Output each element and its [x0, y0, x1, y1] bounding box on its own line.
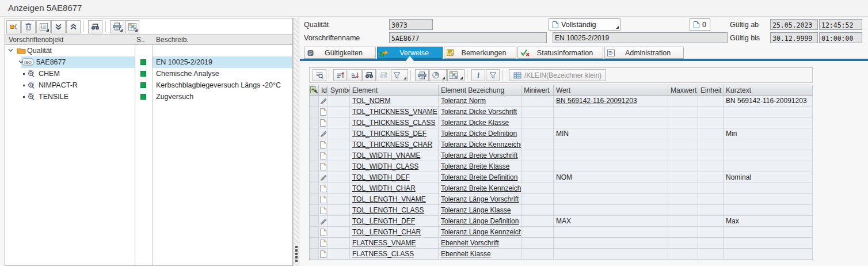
column-header-beschreibung[interactable]: Beschreib.	[156, 36, 189, 44]
bezeichnung-link[interactable]: Toleranz Länge Definition	[441, 217, 519, 225]
vorschrift-description-field[interactable]: EN 10025-2/2019	[553, 32, 728, 43]
tab-bemerkungen[interactable]: Bemerkungen	[444, 47, 516, 59]
column-header-vorschriftenobjekt[interactable]: Vorschriftenobjekt	[9, 36, 63, 44]
element-link[interactable]: TOL_LENGTH_VNAME	[352, 195, 426, 203]
column-header-element[interactable]: Element	[350, 85, 439, 96]
cell-sel[interactable]	[310, 205, 319, 216]
splitter[interactable]	[293, 18, 299, 266]
element-link[interactable]: TOL_LENGTH_DEF	[352, 217, 415, 225]
print-button[interactable]	[110, 20, 124, 33]
bezeichnung-link[interactable]: Toleranz Dicke Kennzeichen	[441, 140, 521, 149]
gueltig-bis-date-field[interactable]: 30.12.9999	[770, 32, 818, 43]
cell-sel[interactable]	[310, 128, 319, 139]
cell-sel[interactable]	[310, 150, 319, 161]
cell-sel[interactable]	[310, 194, 319, 205]
splitter-grip[interactable]	[294, 245, 299, 263]
bezeichnung-link[interactable]: Toleranz Länge Vorschrift	[441, 195, 519, 203]
bezeichnung-link[interactable]: Toleranz Dicke Vorschrift	[441, 108, 517, 116]
tab-g-ltigkeiten[interactable]: Gültigkeiten	[304, 47, 376, 59]
cell-sel[interactable]	[310, 227, 319, 238]
gueltig-ab-time-field[interactable]: 12:45:52	[819, 19, 862, 30]
column-header-mini[interactable]: Miniwert	[521, 85, 554, 96]
tab-administration[interactable]: Administration	[604, 47, 684, 59]
column-header-id[interactable]: Id	[319, 85, 328, 96]
column-header-max[interactable]: Maxwert	[668, 85, 698, 96]
column-header-wert[interactable]: Wert	[554, 85, 668, 96]
bezeichnung-link[interactable]: Toleranz Länge Kennzeichen	[441, 228, 521, 236]
gueltig-bis-time-field[interactable]: 01:00:00	[819, 32, 862, 43]
bezeichnung-link[interactable]: Ebenheit Klasse	[441, 250, 491, 258]
element-link[interactable]: FLATNESS_VNAME	[352, 239, 416, 247]
expand-all-button[interactable]	[51, 20, 66, 33]
vorschriftenname-field[interactable]: 5AE8677	[389, 32, 547, 43]
find-button[interactable]	[88, 20, 102, 33]
cell-sel[interactable]	[310, 183, 319, 194]
column-header-einheit[interactable]: Einheit	[698, 85, 724, 96]
info-button[interactable]: i	[471, 69, 485, 81]
wert-value[interactable]: BN 569142-116-20091203	[556, 97, 637, 105]
element-link[interactable]: TOL_WIDTH_CLASS	[352, 162, 418, 170]
bezeichnung-link[interactable]: Toleranz Norm	[441, 97, 486, 105]
element-link[interactable]: TOL_THICKNESS_VNAME	[352, 108, 437, 116]
element-link[interactable]: TOL_LENGTH_CLASS	[352, 206, 424, 214]
tree-node-nimpact-r[interactable]: NIMPACT-RKerbschblagbiegeversuch Längs -…	[5, 79, 292, 91]
document-count-button[interactable]: 0	[690, 18, 710, 31]
bezeichnung-link[interactable]: Toleranz Breite Definition	[441, 173, 517, 181]
cell-sel[interactable]	[310, 139, 319, 150]
cell-sel[interactable]	[310, 96, 319, 107]
find-button[interactable]	[362, 69, 376, 81]
element-link[interactable]: TOL_WIDTH_CHAR	[352, 184, 416, 192]
tab-statusinformation[interactable]: Statusinformation	[517, 47, 603, 59]
vollstaendig-button[interactable]: Vollständig	[549, 18, 620, 31]
filter-funnel-button[interactable]	[486, 69, 500, 81]
element-link[interactable]: TOL_NORM	[352, 97, 390, 105]
cell-sel[interactable]	[310, 249, 319, 260]
cell-sel[interactable]	[310, 216, 319, 227]
element-link[interactable]: FLATNESS_CLASS	[352, 250, 414, 258]
bezeichnung-link[interactable]: Toleranz Länge Klasse	[441, 206, 511, 214]
cell-sel[interactable]	[310, 117, 319, 128]
sort-ascending-button[interactable]	[333, 69, 347, 81]
bezeichnung-link[interactable]: Ebenheit Vorschrift	[441, 239, 499, 247]
detail-list-button[interactable]	[36, 20, 51, 33]
layout-button[interactable]: /KLEIN(Bezeichner klein)	[509, 69, 606, 81]
element-link[interactable]: TOL_WIDTH_VNAME	[352, 151, 420, 159]
bezeichnung-link[interactable]: Toleranz Breite Vorschrift	[441, 151, 517, 159]
element-link[interactable]: TOL_THICKNESS_CLASS	[352, 119, 436, 127]
tree-node-5ae8677[interactable]: ISO5AE8677EN 10025-2/2019	[5, 56, 292, 68]
find-next-button[interactable]	[376, 69, 390, 81]
bezeichnung-link[interactable]: Toleranz Breite Kennzeichen	[441, 184, 521, 192]
select-all-header[interactable]	[310, 85, 319, 96]
views-button[interactable]	[429, 69, 447, 81]
tree-node-chem[interactable]: CHEMChemische Analyse	[5, 68, 292, 79]
print-button[interactable]	[415, 69, 429, 81]
element-link[interactable]: TOL_WIDTH_DEF	[352, 173, 410, 181]
cell-sel[interactable]	[310, 172, 319, 183]
set-filter-button[interactable]	[391, 69, 408, 81]
sort-descending-button[interactable]	[348, 69, 361, 81]
tree-node-tensile[interactable]: TENSILEZugversuch	[5, 91, 292, 102]
cell-sel[interactable]	[310, 161, 319, 172]
column-header-symbol[interactable]: Symbol	[328, 85, 350, 96]
export-settings-button[interactable]	[447, 69, 465, 81]
cell-sel[interactable]	[310, 107, 319, 117]
tree-node-qualit-t[interactable]: Qualität	[5, 45, 292, 56]
delete-button[interactable]	[21, 20, 36, 33]
collapse-all-button[interactable]	[66, 20, 81, 33]
detail-view-button[interactable]	[313, 69, 326, 81]
expander-chevron-down-icon[interactable]	[7, 47, 14, 54]
element-link[interactable]: TOL_THICKNESS_CHAR	[352, 140, 432, 149]
bezeichnung-link[interactable]: Toleranz Breite Klasse	[441, 162, 509, 170]
hierarchy-button[interactable]	[6, 20, 21, 33]
qualitaet-field[interactable]: 3073	[389, 19, 433, 30]
element-link[interactable]: TOL_LENGTH_CHAR	[352, 228, 421, 236]
bezeichnung-link[interactable]: Toleranz Dicke Definition	[441, 130, 517, 138]
cell-sel[interactable]	[310, 238, 319, 249]
column-header-bez[interactable]: Element Bezeichung	[439, 85, 521, 96]
column-header-status[interactable]: S..	[136, 36, 145, 44]
gueltig-ab-date-field[interactable]: 25.05.2023	[770, 19, 818, 30]
table-settings-button[interactable]	[125, 20, 139, 33]
element-link[interactable]: TOL_THICKNESS_DEF	[352, 130, 427, 138]
column-header-kurz[interactable]: Kurztext	[724, 85, 813, 96]
bezeichnung-link[interactable]: Toleranz Dicke Klasse	[441, 119, 509, 127]
